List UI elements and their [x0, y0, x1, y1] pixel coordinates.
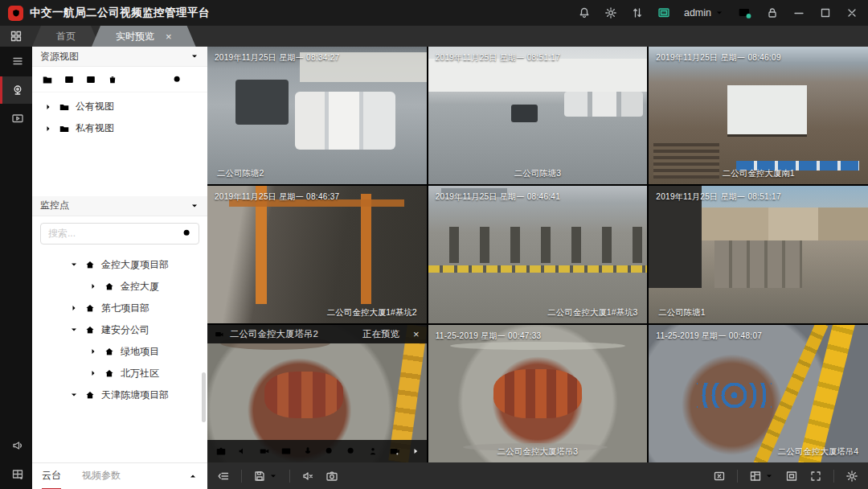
move-down-icon[interactable]	[150, 74, 162, 85]
monitor-points-header[interactable]: 监控点	[32, 196, 207, 216]
tree-item-private-views[interactable]: 私有视图	[32, 117, 207, 139]
video-cell-9[interactable]: 11-25-2019 星期一 00:48:07 二公司金控大厦塔吊4	[649, 325, 868, 462]
tab-live-preview[interactable]: 实时预览 ×	[92, 26, 196, 47]
camera-name-overlay: 二公司金控大厦塔吊4	[778, 446, 858, 458]
video-feed	[428, 186, 648, 323]
mute-speaker-icon[interactable]	[237, 446, 248, 457]
tree-item-site[interactable]: 建安分公司	[32, 319, 207, 341]
grid-toolbar	[207, 462, 868, 489]
transfer-arrows-icon[interactable]	[631, 6, 644, 19]
video-cell-6[interactable]: 2019年11月25日 星期一 08:51:17 二公司陈塘1	[649, 186, 868, 323]
video-cell-1[interactable]: 2019年11月25日 星期一 08:34:27 二公司陈塘2	[207, 47, 427, 184]
fullscreen-icon[interactable]	[809, 470, 822, 483]
edit-icon[interactable]	[85, 74, 96, 85]
video-wall-icon[interactable]	[657, 6, 670, 19]
snapshot-status-icon[interactable]	[738, 6, 752, 20]
apps-grid-icon[interactable]	[0, 26, 32, 47]
mic-icon[interactable]	[302, 446, 313, 457]
tab-close-icon[interactable]: ×	[166, 31, 172, 43]
video-cell-7-selected[interactable]: 二公司金控大厦塔吊2 正在预览 ×	[207, 325, 427, 462]
preset-camera-icon[interactable]	[389, 446, 400, 457]
search-box	[40, 223, 199, 244]
move-up-icon[interactable]	[129, 74, 140, 85]
search-input[interactable]	[40, 223, 199, 244]
sidebar-item-live-view[interactable]	[0, 76, 32, 104]
mute-all-icon[interactable]	[301, 470, 314, 483]
sidebar-item-menu[interactable]	[0, 47, 32, 75]
playback-icon[interactable]	[280, 446, 292, 457]
sidebar-item-playback[interactable]	[0, 105, 32, 133]
chevron-right-icon	[88, 347, 98, 356]
delete-icon[interactable]	[107, 74, 118, 85]
collapse-panel-icon[interactable]	[217, 470, 230, 483]
title-bar: 中交一航局二公司视频监控管理平台 admin	[0, 0, 868, 26]
video-cell-2[interactable]: 2019年11月25日 星期一 08:51:17 二公司陈塘3	[428, 47, 648, 184]
scene-shape	[428, 227, 648, 262]
tab-home[interactable]: 首页	[32, 26, 100, 47]
original-size-icon[interactable]	[785, 470, 798, 483]
cell-close-icon[interactable]: ×	[413, 328, 420, 340]
tree-item-label: 第七项目部	[101, 302, 149, 315]
camera-name-overlay: 二公司金控大厦1#基坑2	[327, 307, 417, 318]
camera-small-icon	[215, 330, 224, 339]
tree-item-label: 私有视图	[76, 121, 114, 135]
sidebar-item-wall[interactable]	[0, 461, 32, 488]
tab-bar: 首页 实时预览 ×	[0, 26, 868, 47]
add-view-icon[interactable]	[63, 74, 75, 85]
close-all-icon[interactable]	[713, 470, 726, 483]
close-button[interactable]	[845, 6, 858, 19]
search-icon[interactable]	[172, 74, 183, 85]
cell-camera-title: 二公司金控大厦塔吊2	[230, 328, 318, 340]
search-icon[interactable]	[182, 228, 193, 239]
tree-item-site[interactable]: 第七项目部	[32, 298, 207, 319]
chevron-right-icon	[43, 102, 53, 112]
tree-item-site[interactable]: 天津陈塘项目部	[32, 384, 207, 406]
layout-select-button[interactable]	[749, 470, 774, 483]
chevron-down-icon	[764, 471, 774, 481]
tree-item-site[interactable]: 绿地项目	[32, 341, 207, 363]
zoom-in-icon[interactable]	[324, 446, 335, 457]
tab-video-params-label: 视频参数	[82, 469, 121, 483]
tab-video-params[interactable]: 视频参数	[82, 463, 121, 489]
home-icon	[104, 346, 115, 357]
settings-gear-icon[interactable]	[604, 6, 617, 19]
tree-item-site[interactable]: 金控大厦项目部	[32, 254, 207, 276]
minimize-button[interactable]	[792, 6, 805, 19]
tree-item-site[interactable]: 金控大厦	[32, 276, 207, 298]
add-folder-icon[interactable]	[42, 74, 53, 85]
tree-item-label: 金控大厦	[121, 280, 159, 294]
video-cell-3[interactable]: 2019年11月25日 星期一 08:46:09 二公司金控大厦南1	[649, 47, 868, 184]
home-icon	[104, 281, 115, 292]
tree-item-site[interactable]: 北万社区	[32, 363, 207, 384]
lock-icon[interactable]	[766, 6, 779, 19]
video-timestamp: 2019年11月25日 星期一 08:46:37	[215, 191, 339, 203]
tree-item-label: 北万社区	[121, 367, 159, 380]
user-menu[interactable]: admin	[684, 7, 724, 18]
tree-item-public-views[interactable]: 公有视图	[32, 96, 207, 117]
video-feed	[649, 47, 868, 184]
snapshot-all-icon[interactable]	[326, 470, 338, 483]
chevron-up-icon[interactable]	[188, 471, 198, 481]
sidebar-item-announce[interactable]	[0, 432, 32, 459]
tree-scrollbar[interactable]	[202, 372, 206, 422]
video-cell-4[interactable]: 2019年11月25日 星期一 08:46:37 二公司金控大厦1#基坑2	[207, 186, 427, 323]
resource-view-header[interactable]: 资源视图	[32, 47, 207, 67]
video-cell-5[interactable]: 2019年11月25日 星期一 08:46:41 二公司金控大厦1#基坑3	[428, 186, 648, 323]
camera-name-overlay: 二公司陈塘1	[658, 307, 705, 318]
snapshot-icon[interactable]	[215, 446, 227, 457]
left-sidebar	[0, 47, 32, 489]
record-icon[interactable]	[259, 446, 270, 457]
tab-ptz[interactable]: 云台	[42, 463, 61, 489]
more-controls-icon[interactable]	[411, 446, 420, 456]
save-icon	[253, 470, 266, 483]
zoom-3d-icon[interactable]	[346, 446, 357, 457]
scene-shape	[264, 372, 343, 418]
notifications-bell-icon[interactable]	[578, 6, 591, 19]
person-locate-icon[interactable]	[367, 446, 379, 457]
maximize-button[interactable]	[819, 6, 832, 19]
video-cell-8[interactable]: 11-25-2019 星期一 00:47:33 二公司金控大厦塔吊3	[428, 325, 648, 462]
grid-settings-gear-icon[interactable]	[845, 470, 858, 483]
chevron-down-icon	[69, 260, 79, 269]
app-title: 中交一航局二公司视频监控管理平台	[30, 6, 210, 20]
save-view-button[interactable]	[253, 470, 278, 483]
